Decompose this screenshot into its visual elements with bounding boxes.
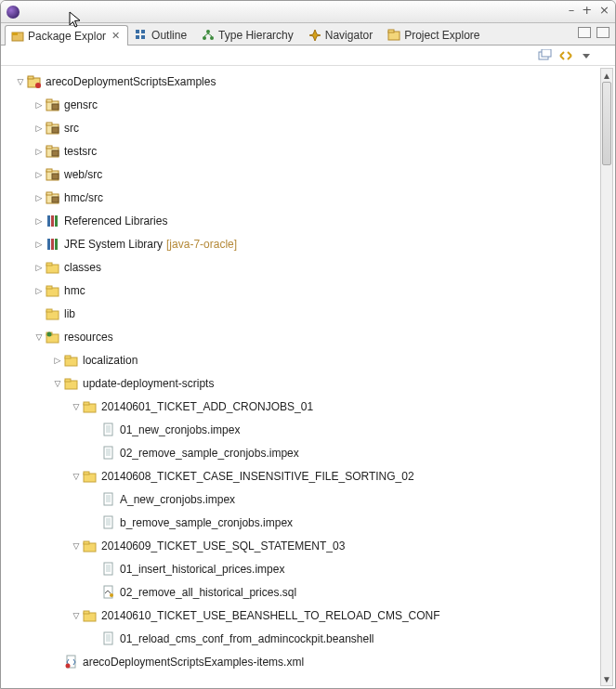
view-menu-button[interactable]	[578, 48, 595, 63]
tree-file[interactable]: 02_remove_all_historical_prices.sql	[7, 580, 598, 604]
expander-icon[interactable]: ▽	[70, 470, 83, 483]
expander-icon[interactable]: ▷	[33, 238, 46, 251]
folder-icon	[83, 539, 98, 553]
scroll-down-arrow-icon[interactable]: ▼	[601, 672, 612, 685]
tree-file[interactable]: arecoDeploymentScriptsExamples-items.xml	[7, 650, 598, 673]
package-folder-icon	[46, 98, 60, 112]
tab-project-explorer[interactable]: Project Explore	[381, 24, 488, 45]
svg-rect-55	[84, 472, 89, 474]
tree-item-label: resources	[64, 331, 113, 344]
expander-icon[interactable]: ▷	[33, 168, 46, 181]
minimize-button[interactable]: –	[569, 4, 575, 17]
tab-package-explorer[interactable]: Package Explor✕	[5, 25, 128, 46]
tree-file[interactable]: 01_new_cronjobs.impex	[7, 418, 598, 441]
tree-file[interactable]: ▷Referenced Libraries	[7, 209, 598, 232]
maximize-view-button[interactable]	[596, 27, 609, 38]
expander-icon[interactable]: ▷	[33, 122, 46, 135]
file-icon	[101, 562, 116, 577]
expander-icon[interactable]: ▷	[33, 284, 46, 297]
expander-icon[interactable]: ▽	[33, 331, 46, 344]
tab-type-hierarchy[interactable]: Type Hierarchy	[195, 24, 302, 45]
tree-file[interactable]: A_new_cronjobs.impex	[7, 488, 598, 511]
expander-icon	[88, 493, 101, 506]
tree-item-label: gensrc	[64, 98, 98, 111]
file-icon	[101, 515, 116, 530]
tree-folder[interactable]: ▽20140601_TICKET_ADD_CRONJOBS_01	[7, 395, 598, 418]
expander-icon[interactable]: ▽	[70, 400, 83, 413]
tree-folder[interactable]: ▷web/src	[7, 162, 598, 186]
close-button[interactable]: ×	[599, 4, 609, 17]
tree-folder[interactable]: ▷gensrc	[7, 93, 598, 116]
tree-folder[interactable]: ▽20140610_TICKET_USE_BEANSHELL_TO_RELOAD…	[7, 604, 598, 627]
expander-icon[interactable]: ▽	[51, 377, 64, 390]
view-tabbar: Package Explor✕OutlineType HierarchyNavi…	[1, 23, 615, 46]
package-folder-icon	[46, 121, 60, 136]
tree-item-label: arecoDeploymentScriptsExamples	[46, 75, 216, 88]
package-explorer-tree[interactable]: ▽arecoDeploymentScriptsExamples▷gensrc▷s…	[1, 66, 598, 688]
folder-icon	[83, 399, 98, 414]
expander-icon[interactable]: ▷	[33, 261, 46, 274]
svg-rect-10	[388, 30, 394, 32]
tree-file[interactable]: 01_insert_historical_prices.impex	[7, 557, 598, 580]
tree-folder[interactable]: ▷classes	[7, 255, 598, 279]
tree-folder[interactable]: ▽arecoDeploymentScriptsExamples	[7, 70, 598, 93]
expander-icon[interactable]: ▷	[33, 145, 46, 158]
tree-item-label: localization	[83, 354, 138, 367]
tree-folder[interactable]: ▽20140608_TICKET_CASE_INSENSITIVE_FILE_S…	[7, 464, 598, 488]
tree-folder[interactable]: ▷hmc/src	[7, 186, 598, 209]
svg-rect-40	[46, 286, 52, 289]
tree-folder[interactable]: ▷hmc	[7, 279, 598, 302]
expander-icon[interactable]: ▷	[33, 214, 46, 228]
tree-item-label: 20140608_TICKET_CASE_INSENSITIVE_FILE_SO…	[101, 470, 414, 483]
svg-rect-27	[52, 174, 59, 179]
maximize-button[interactable]: +	[582, 4, 592, 17]
expander-icon[interactable]: ▽	[70, 609, 83, 622]
scroll-up-arrow-icon[interactable]: ▲	[601, 69, 612, 82]
tree-folder[interactable]: ▷testsrc	[7, 139, 598, 162]
expander-icon[interactable]: ▷	[51, 354, 64, 367]
scrollbar-thumb[interactable]	[602, 82, 611, 165]
svg-rect-51	[84, 402, 89, 405]
tab-navigator[interactable]: Navigator	[302, 24, 381, 45]
tree-file[interactable]: ▷JRE System Library[java-7-oracle]	[7, 232, 598, 255]
vertical-scrollbar[interactable]: ▲ ▼	[600, 68, 613, 686]
svg-rect-14	[28, 76, 33, 79]
tree-file[interactable]: b_remove_sample_cronjobs.impex	[7, 511, 598, 534]
project-explorer-icon	[387, 29, 400, 42]
expander-icon[interactable]: ▷	[33, 98, 46, 111]
tab-outline[interactable]: Outline	[128, 24, 195, 45]
svg-point-6	[206, 30, 210, 33]
expander-icon	[33, 307, 46, 320]
file-icon	[101, 422, 116, 437]
expander-icon[interactable]: ▷	[33, 191, 46, 204]
svg-rect-17	[46, 99, 52, 102]
close-tab-icon[interactable]: ✕	[111, 30, 120, 42]
eclipse-icon	[7, 6, 20, 19]
tree-folder[interactable]: ▽20140609_TICKET_USE_SQL_STATEMENT_03	[7, 534, 598, 557]
tree-folder[interactable]: ▽resources	[7, 325, 598, 348]
minimize-view-button[interactable]	[578, 27, 591, 38]
expander-icon[interactable]: ▽	[70, 540, 83, 552]
tree-folder[interactable]: ▽update-deployment-scripts	[7, 371, 598, 395]
tree-file[interactable]: 01_reload_cms_conf_from_admincockpit.bea…	[7, 627, 598, 650]
collapse-all-button[interactable]	[537, 48, 554, 63]
tree-folder[interactable]: ▷localization	[7, 348, 598, 371]
tree-folder[interactable]: ▷src	[7, 116, 598, 139]
tree-item-label: classes	[64, 261, 101, 274]
tree-file[interactable]: 02_remove_sample_cronjobs.impex	[7, 441, 598, 464]
svg-rect-18	[52, 104, 59, 110]
link-with-editor-button[interactable]	[557, 48, 574, 63]
svg-rect-59	[84, 541, 89, 544]
tree-item-label: hmc	[64, 284, 85, 297]
expander-icon[interactable]: ▽	[14, 75, 27, 88]
svg-rect-3	[141, 30, 145, 33]
tree-item-label: 02_remove_all_historical_prices.sql	[120, 586, 296, 599]
expander-icon	[88, 563, 101, 576]
folder-icon	[64, 376, 79, 391]
svg-rect-34	[47, 239, 50, 250]
type-hierarchy-icon	[202, 29, 215, 42]
window-titlebar: – + ×	[1, 1, 615, 23]
svg-point-45	[47, 332, 52, 336]
file-sql-icon	[101, 585, 116, 600]
tree-folder[interactable]: lib	[7, 302, 598, 325]
